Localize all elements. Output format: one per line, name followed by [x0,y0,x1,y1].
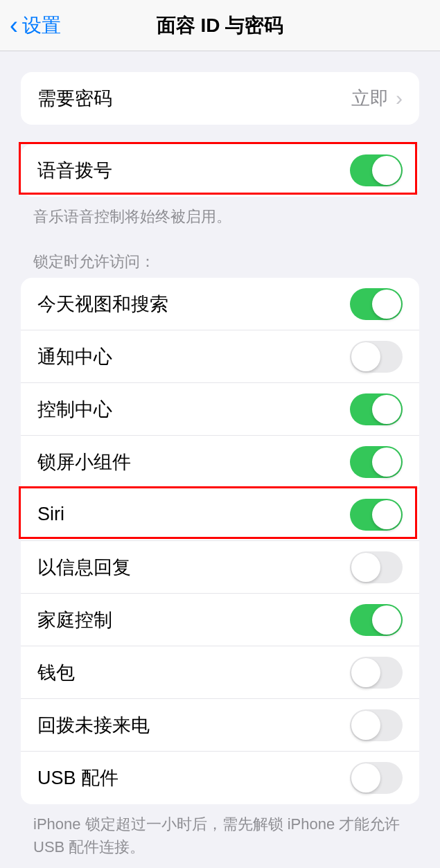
lock-access-row: 以信息回复 [21,541,419,594]
chevron-right-icon: › [396,87,403,110]
lock-access-row: USB 配件 [21,752,419,804]
lock-access-toggle[interactable] [350,393,403,425]
toggle-knob [372,500,401,529]
back-button[interactable]: ‹ 设置 [0,12,61,39]
lock-access-label: 锁屏小组件 [37,450,131,475]
lock-access-header: 锁定时允许访问： [33,251,407,272]
lock-access-label: 以信息回复 [37,555,131,580]
chevron-left-icon: ‹ [10,13,18,38]
toggle-knob [372,156,401,185]
lock-access-row: 今天视图和搜索 [21,278,419,330]
voice-dial-toggle[interactable] [350,154,403,186]
require-passcode-group: 需要密码 立即 › [21,72,419,125]
lock-access-label: 通知中心 [37,344,112,369]
lock-access-label: USB 配件 [37,765,118,790]
voice-dial-section: 语音拨号 [0,144,440,197]
toggle-knob [372,448,401,477]
toggle-knob [351,763,380,792]
lock-access-row: 回拨未接来电 [21,699,419,752]
lock-access-section: 今天视图和搜索通知中心控制中心锁屏小组件Siri以信息回复家庭控制钱包回拨未接来… [0,278,440,804]
lock-access-row: 控制中心 [21,383,419,436]
voice-dial-row: 语音拨号 [21,144,419,197]
toggle-knob [351,342,380,371]
lock-access-label: 今天视图和搜索 [37,292,168,317]
navbar: ‹ 设置 面容 ID 与密码 [0,0,440,51]
back-label: 设置 [22,12,61,39]
lock-access-row: 通知中心 [21,330,419,383]
require-passcode-label: 需要密码 [37,86,112,111]
lock-access-label: 家庭控制 [37,608,112,632]
toggle-knob [372,395,401,424]
lock-access-toggle[interactable] [350,604,403,636]
lock-access-row: 钱包 [21,646,419,699]
toggle-knob [351,658,380,687]
lock-access-group: 今天视图和搜索通知中心控制中心锁屏小组件Siri以信息回复家庭控制钱包回拨未接来… [21,278,419,804]
lock-access-row: Siri [21,488,419,541]
lock-access-toggle[interactable] [350,657,403,689]
lock-access-label: 控制中心 [37,397,112,422]
lock-access-label: Siri [37,504,64,525]
lock-access-footer: iPhone 锁定超过一小时后，需先解锁 iPhone 才能允许 USB 配件连… [33,813,407,858]
lock-access-toggle[interactable] [350,341,403,373]
voice-dial-group: 语音拨号 [21,144,419,197]
lock-access-row: 锁屏小组件 [21,436,419,488]
lock-access-toggle[interactable] [350,499,403,531]
lock-access-toggle[interactable] [350,551,403,583]
toggle-knob [372,605,401,635]
lock-access-toggle[interactable] [350,762,403,794]
lock-access-label: 钱包 [37,660,75,685]
require-passcode-row[interactable]: 需要密码 立即 › [21,72,419,125]
lock-access-label: 回拨未接来电 [37,713,150,738]
toggle-knob [351,711,380,740]
require-passcode-value: 立即 › [351,86,403,111]
page-title: 面容 ID 与密码 [0,12,440,39]
lock-access-toggle[interactable] [350,709,403,741]
toggle-knob [372,290,401,319]
lock-access-toggle[interactable] [350,288,403,320]
lock-access-toggle[interactable] [350,446,403,478]
content: 需要密码 立即 › 语音拨号 音乐语音控制将始终被启用。 锁定时允许访问： 今天… [0,72,440,868]
voice-dial-footer: 音乐语音控制将始终被启用。 [33,205,407,228]
toggle-knob [351,553,380,582]
voice-dial-label: 语音拨号 [37,158,112,183]
lock-access-row: 家庭控制 [21,594,419,646]
